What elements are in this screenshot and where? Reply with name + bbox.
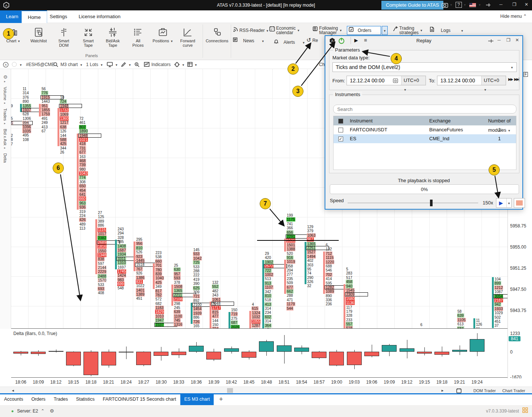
language-dropdown-caret[interactable]: ▼ bbox=[478, 3, 481, 7]
orders-dropdown-caret[interactable]: ▼ bbox=[382, 26, 388, 35]
workspace-tab-statistics[interactable]: Statistics bbox=[72, 394, 99, 405]
alerts-button[interactable]: Alerts ▼ bbox=[274, 39, 305, 45]
crosshair-icon[interactable] bbox=[174, 62, 180, 67]
dialog-pin-icon[interactable] bbox=[488, 39, 494, 43]
smart-dom-button[interactable]: Smart DOM bbox=[52, 24, 76, 53]
lots-label[interactable]: 1 Lots bbox=[86, 62, 98, 67]
to-timezone-select[interactable]: UTC+0 ▼ bbox=[481, 76, 506, 85]
speed-slider-thumb[interactable] bbox=[430, 200, 433, 206]
timeframe-label[interactable]: M3 chart bbox=[60, 62, 78, 67]
help-dropdown-caret[interactable]: ▼ bbox=[463, 3, 466, 7]
playback-play-button[interactable]: ▶▼ bbox=[496, 198, 512, 208]
positions-button[interactable]: Positions ▼ bbox=[150, 24, 176, 53]
dom-trader-link[interactable]: DOM Trader bbox=[473, 388, 496, 393]
fast-forward-icon[interactable]: ▶▶ bbox=[508, 77, 512, 81]
playback-progress-bar[interactable]: 0% bbox=[330, 184, 519, 194]
tab-settings[interactable]: Settings bbox=[44, 10, 73, 23]
orders-button[interactable]: Orders bbox=[347, 26, 381, 35]
trading-strategies-button[interactable]: Trading strategies ▼ bbox=[393, 26, 423, 35]
maximize-icon[interactable]: ❐ bbox=[512, 2, 516, 7]
screen-icon[interactable] bbox=[107, 62, 113, 67]
workspace-tab-accounts[interactable]: Accounts bbox=[0, 394, 27, 405]
rss-reader-button[interactable]: RSS-Reader ▼ bbox=[233, 27, 269, 33]
language-flag-icon[interactable] bbox=[469, 3, 476, 7]
instrument-row-es[interactable]: ✓ESCME_Ind1 bbox=[334, 134, 516, 143]
forward-curve-button[interactable]: Forward curve bbox=[176, 24, 200, 53]
delta-panel[interactable]: Delta (Bars, 0.0, True) 12330-1670841 bbox=[0, 329, 532, 378]
tab-learn[interactable]: Learn bbox=[0, 10, 24, 23]
chart-close-icon[interactable]: ✕ bbox=[523, 69, 527, 69]
scroll-right-icon[interactable]: ▸ bbox=[441, 388, 444, 393]
watchlist-button[interactable]: Watchlist bbox=[27, 24, 50, 53]
to-datetime-input[interactable]: 13.12.24 00:00 UTC+0 ▼ bbox=[437, 76, 506, 85]
workspace-tab-fartcoinusdt-15-seconds-chart[interactable]: FARTCOINUSDT 15 Seconds chart bbox=[99, 394, 180, 405]
economic-calendar-button[interactable]: Economic calendar ▼ bbox=[269, 26, 300, 35]
col-exchange[interactable]: Exchange bbox=[429, 116, 483, 125]
rail-item-trades[interactable]: Trades bbox=[3, 108, 7, 121]
market-data-type-select[interactable]: Ticks and the DOM (Level2)▼ bbox=[332, 62, 517, 72]
col-modules[interactable]: Number of modules ▼ bbox=[483, 116, 515, 125]
replay-dialog-titlebar[interactable]: A │ ▶ ■ Replay ─ ❐ ✕ bbox=[325, 36, 522, 46]
pin-icon[interactable] bbox=[485, 3, 491, 7]
smart-tape-button[interactable]: Smart Tape bbox=[76, 24, 100, 53]
hide-menu-control[interactable]: Hide menu ⌃ bbox=[500, 14, 527, 19]
speed-slider-track[interactable] bbox=[348, 203, 478, 203]
complete-guide-button[interactable]: Complete Guide to ATAS bbox=[381, 1, 443, 10]
chart-f-icon[interactable]: F bbox=[523, 72, 528, 77]
indicators-icon[interactable] bbox=[144, 62, 150, 67]
dialog-maximize-icon[interactable]: ❐ bbox=[506, 37, 510, 43]
dialog-close-icon[interactable]: ✕ bbox=[515, 37, 519, 43]
col-instrument[interactable]: Instrument bbox=[348, 116, 429, 125]
dialog-minimize-icon[interactable]: ─ bbox=[497, 37, 501, 43]
connections-button[interactable]: Connections bbox=[205, 24, 229, 53]
rail-expand-icon[interactable]: ▸ bbox=[4, 122, 11, 125]
instrument-checkbox[interactable] bbox=[338, 128, 343, 132]
all-prices-button[interactable]: All Prices bbox=[126, 24, 150, 53]
from-datetime-input[interactable]: 12.12.24 00:00 UTC+0 ▼ bbox=[347, 76, 426, 85]
camera-dropdown-caret[interactable]: ▼ bbox=[450, 3, 453, 7]
pencil-icon[interactable] bbox=[121, 62, 126, 67]
screenshot-camera-icon[interactable] bbox=[441, 2, 448, 8]
close-icon[interactable]: ✕ bbox=[525, 2, 528, 7]
playback-record-button[interactable] bbox=[514, 198, 525, 208]
chart-trader-link[interactable]: Chart Trader bbox=[502, 388, 525, 393]
bidask-tape-button[interactable]: Bid/Ask Tape bbox=[101, 24, 125, 53]
from-calendar-clock-icon[interactable] bbox=[393, 78, 398, 83]
tab-home[interactable]: Home bbox=[22, 10, 47, 23]
logs-button[interactable]: Logs ▼ bbox=[430, 27, 464, 33]
rail-item-bid-x-ask[interactable]: Bid x Ask bbox=[3, 129, 7, 145]
server-gear-icon[interactable]: ⚙ bbox=[50, 408, 54, 414]
calendar-icon[interactable] bbox=[456, 388, 462, 393]
delta-axis[interactable]: 12330-1670841 bbox=[508, 329, 532, 378]
rail-expand-icon[interactable]: ▸ bbox=[4, 80, 11, 83]
instrument-search-input[interactable] bbox=[333, 105, 516, 114]
gear-icon[interactable]: ⚙ bbox=[0, 74, 11, 80]
skip-to-end-icon[interactable]: ▶▶| bbox=[514, 77, 519, 81]
scroll-left-icon[interactable]: ◂ bbox=[12, 388, 14, 393]
layout-icon[interactable] bbox=[187, 62, 193, 67]
following-manager-button[interactable]: Following Manager ▼ bbox=[312, 26, 342, 35]
workspace-tab-trades[interactable]: Trades bbox=[50, 394, 72, 405]
from-timezone-select[interactable]: UTC+0 ▼ bbox=[401, 76, 426, 85]
select-all-checkbox[interactable] bbox=[338, 119, 343, 124]
play-options-caret[interactable]: ▼ bbox=[508, 202, 510, 205]
instruments-table[interactable]: Instrument Exchange Number of modules ▼ … bbox=[333, 116, 516, 170]
rail-expand-icon[interactable]: ▸ bbox=[4, 146, 11, 150]
replay-dialog[interactable]: A │ ▶ ■ Replay ─ ❐ ✕ Parameters Market d… bbox=[325, 35, 523, 210]
rail-expand-icon[interactable]: ▸ bbox=[4, 101, 11, 105]
minimize-icon[interactable]: ─ bbox=[499, 2, 503, 7]
instrument-checkbox[interactable]: ✓ bbox=[338, 137, 343, 141]
rail-item-delta[interactable]: Delta bbox=[3, 153, 7, 163]
zoom-in-icon[interactable] bbox=[134, 62, 139, 67]
drawn-horizontal-line[interactable] bbox=[257, 240, 339, 241]
help-icon[interactable]: ? bbox=[456, 2, 462, 8]
indicators-label[interactable]: Indicators bbox=[151, 62, 171, 67]
workspace-tab-orders[interactable]: Orders bbox=[27, 394, 49, 405]
time-axis[interactable]: 18:0618:0918:1218:1518:1818:2118:2418:27… bbox=[0, 378, 532, 387]
horizontal-scroll-thumb[interactable] bbox=[227, 388, 233, 393]
workspace-tab-es-m3-chart[interactable]: ES M3 chart bbox=[180, 394, 214, 405]
instruments-table-header[interactable]: Instrument Exchange Number of modules ▼ bbox=[334, 116, 516, 125]
grid-apps-icon[interactable] bbox=[522, 407, 528, 413]
tab-license-information[interactable]: License information bbox=[73, 10, 127, 23]
symbol-search-icon[interactable] bbox=[53, 62, 58, 67]
